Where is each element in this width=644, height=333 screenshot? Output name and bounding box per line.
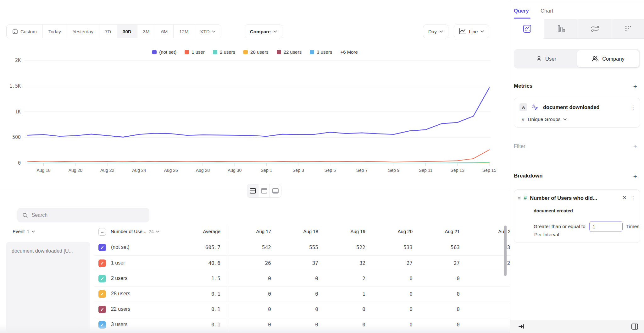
row-cell-value: 32 xyxy=(334,260,365,266)
range-3m-button[interactable]: 3M xyxy=(137,25,156,38)
select-all-checkbox[interactable]: – xyxy=(98,228,106,236)
row-cell-value: 0 xyxy=(240,306,271,312)
row-label: 1 user xyxy=(111,260,125,266)
remove-breakdown-icon[interactable]: ✕ xyxy=(623,195,627,201)
compare-button[interactable]: Compare xyxy=(245,25,282,38)
table-body: ✓(not set)605.7542555522533563531✓1 user… xyxy=(94,240,510,332)
svg-text:1.5K: 1.5K xyxy=(9,83,21,89)
range-today-button[interactable]: Today xyxy=(43,25,67,38)
toggle-company[interactable]: Company xyxy=(577,50,639,67)
panel-footer xyxy=(510,320,644,333)
row-checkbox[interactable]: ✓ xyxy=(98,290,106,298)
row-label: 3 users xyxy=(111,322,127,327)
measure-dropdown[interactable]: Unique Groups xyxy=(528,117,566,122)
breakdown-card[interactable]: ≡ # Number of Users who did... ✕ ⋮ docum… xyxy=(514,189,640,243)
chart-type-scatter-tab[interactable] xyxy=(612,19,644,39)
metric-row: A document downloaded xyxy=(519,103,600,111)
range-label: 6M xyxy=(161,29,168,34)
range-label: 3M xyxy=(143,29,150,34)
svg-text:1K: 1K xyxy=(15,109,21,115)
svg-text:Sep 15: Sep 15 xyxy=(482,168,497,173)
granularity-label: Day xyxy=(428,29,437,34)
legend-more-button[interactable]: +6 More xyxy=(340,49,358,55)
row-checkbox[interactable]: ✓ xyxy=(98,321,106,329)
range-yesterday-button[interactable]: Yesterday xyxy=(67,25,99,38)
number-property-icon: # xyxy=(524,195,527,201)
tab-query[interactable]: Query xyxy=(514,8,529,14)
metric-event-name: document downloaded xyxy=(543,104,600,110)
legend-item[interactable]: 3 users xyxy=(310,49,332,55)
side-panel-icon[interactable] xyxy=(631,323,639,332)
row-average-value: 40.6 xyxy=(189,260,220,266)
svg-text:Aug 24: Aug 24 xyxy=(132,168,146,173)
legend-item[interactable]: 28 users xyxy=(243,49,269,55)
filter-title: Filter xyxy=(514,143,525,149)
legend-swatch xyxy=(277,50,281,54)
event-column-header[interactable]: Event 1 xyxy=(13,229,35,234)
range-custom-button[interactable]: Custom xyxy=(7,25,43,38)
breakdown-condition-row: Greater than or equal to Times xyxy=(534,221,639,232)
row-cell-value: 0 xyxy=(287,322,318,328)
table-row: ✓1 user40.6263732272728 xyxy=(94,255,510,271)
condition-value-input[interactable] xyxy=(589,221,623,232)
legend-label: 3 users xyxy=(317,49,332,55)
search-input[interactable] xyxy=(32,212,144,218)
row-checkbox[interactable]: ✓ xyxy=(98,306,106,313)
add-breakdown-button[interactable]: + xyxy=(631,173,639,180)
legend-item[interactable]: 1 user xyxy=(185,49,205,55)
range-30d-button[interactable]: 30D xyxy=(117,25,137,38)
range-6m-button[interactable]: 6M xyxy=(155,25,174,38)
add-metric-button[interactable]: + xyxy=(631,83,639,90)
svg-text:2K: 2K xyxy=(15,57,21,63)
metric-letter-badge: A xyxy=(519,103,527,111)
legend-item[interactable]: (not set) xyxy=(152,49,176,55)
range-12m-button[interactable]: 12M xyxy=(174,25,194,38)
event-name-label: document downloaded [U... xyxy=(12,248,73,254)
row-cell-value: 0 xyxy=(428,322,460,328)
add-filter-button[interactable]: + xyxy=(631,143,639,150)
layout-split-view-button[interactable] xyxy=(247,184,258,197)
range-xtd-button[interactable]: XTD xyxy=(194,25,221,38)
chart-type-button[interactable]: Line xyxy=(454,25,489,38)
granularity-button[interactable]: Day xyxy=(423,25,448,38)
series-header-label: Number of Use... xyxy=(111,229,146,234)
table-row: ✓28 users0.1001000 xyxy=(94,286,510,302)
search-icon xyxy=(22,212,28,218)
range-7d-button[interactable]: 7D xyxy=(99,25,117,38)
range-label: 30D xyxy=(123,29,131,34)
drag-handle-icon[interactable]: ≡ xyxy=(518,195,521,201)
svg-text:Aug 18: Aug 18 xyxy=(36,168,51,173)
compare-label: Compare xyxy=(250,29,271,34)
chart-type-line-tab[interactable] xyxy=(510,19,544,39)
chart-legend: (not set)1 user2 users28 users22 users3 … xyxy=(0,49,510,55)
legend-item[interactable]: 22 users xyxy=(277,49,302,55)
event-list-item[interactable]: document downloaded [U... xyxy=(6,242,90,333)
chart-type-stream-tab[interactable] xyxy=(578,19,612,39)
layout-chart-only-button[interactable] xyxy=(258,184,270,197)
breakdown-kebab-menu[interactable]: ⋮ xyxy=(630,195,636,201)
row-cell-value: 1 xyxy=(334,291,365,297)
row-checkbox[interactable]: ✓ xyxy=(98,244,106,251)
search-box xyxy=(17,208,149,222)
series-column-header[interactable]: Number of Use... 24 xyxy=(111,229,159,234)
row-cell-value: 0 xyxy=(482,291,510,297)
chart-and-table-pane: 05001K1.5K2KAug 18Aug 20Aug 22Aug 24Aug … xyxy=(0,0,510,333)
legend-label: 28 users xyxy=(250,49,269,55)
metric-card[interactable]: A document downloaded ⋮ # Unique Groups xyxy=(514,98,640,128)
table-vertical-scrollbar[interactable] xyxy=(504,226,507,276)
company-icon xyxy=(591,56,599,62)
chart-type-bar-tab[interactable] xyxy=(544,19,578,39)
legend-item[interactable]: 2 users xyxy=(213,49,235,55)
toggle-user[interactable]: User xyxy=(515,50,577,67)
breakdown-title: Breakdown xyxy=(514,173,543,179)
row-checkbox[interactable]: ✓ xyxy=(98,259,106,267)
stream-chart-icon xyxy=(591,25,600,33)
metric-kebab-menu[interactable]: ⋮ xyxy=(630,104,636,111)
row-cell-value: 0 xyxy=(428,276,460,281)
row-cell-value: 27 xyxy=(428,260,460,266)
tab-chart[interactable]: Chart xyxy=(541,8,553,14)
range-label: Custom xyxy=(20,29,37,34)
collapse-panel-icon[interactable] xyxy=(518,323,525,331)
layout-table-only-button[interactable] xyxy=(270,184,281,197)
row-checkbox[interactable]: ✓ xyxy=(98,275,106,282)
